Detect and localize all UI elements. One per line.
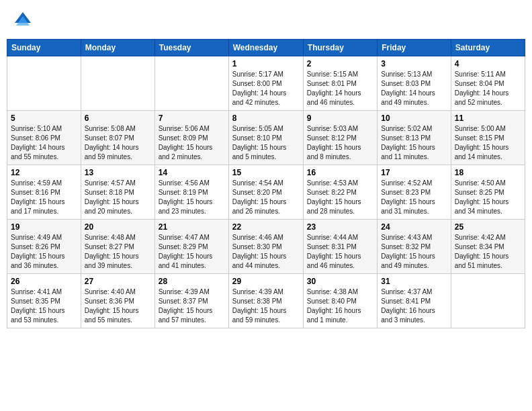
day-info: Sunrise: 4:52 AM Sunset: 8:23 PM Dayligh… [381,179,447,216]
day-info: Sunrise: 5:03 AM Sunset: 8:12 PM Dayligh… [307,124,373,162]
day-number: 8 [232,113,300,123]
day-number: 12 [11,168,77,177]
day-number: 31 [381,277,447,286]
calendar-cell [81,56,154,111]
calendar-cell: 15Sunrise: 4:54 AM Sunset: 8:20 PM Dayli… [228,165,303,220]
calendar-cell [451,274,525,328]
day-number: 2 [307,59,373,68]
day-number: 24 [381,222,447,232]
calendar-cell: 29Sunrise: 4:39 AM Sunset: 8:38 PM Dayli… [228,274,303,328]
day-number: 13 [85,168,151,177]
day-info: Sunrise: 4:40 AM Sunset: 8:36 PM Dayligh… [85,287,151,325]
day-number: 22 [232,222,300,232]
day-number: 4 [455,59,521,68]
day-number: 21 [159,222,225,232]
calendar-cell: 16Sunrise: 4:53 AM Sunset: 8:22 PM Dayli… [303,165,377,220]
logo [12,9,36,31]
logo-icon [12,9,34,31]
day-number: 18 [455,168,521,177]
day-number: 15 [232,168,300,177]
day-info: Sunrise: 5:15 AM Sunset: 8:01 PM Dayligh… [307,70,373,107]
day-number: 10 [381,113,447,123]
weekday-header-row: SundayMondayTuesdayWednesdayThursdayFrid… [7,40,525,56]
calendar-cell: 31Sunrise: 4:37 AM Sunset: 8:41 PM Dayli… [378,274,451,328]
day-info: Sunrise: 5:10 AM Sunset: 8:06 PM Dayligh… [11,124,77,162]
day-number: 3 [381,59,447,68]
weekday-header: Monday [81,40,154,56]
weekday-header: Friday [378,40,451,56]
day-number: 20 [85,222,151,232]
day-number: 7 [159,113,225,123]
calendar-week-row: 12Sunrise: 4:59 AM Sunset: 8:16 PM Dayli… [7,165,525,220]
day-number: 28 [159,277,225,286]
calendar-body: 1Sunrise: 5:17 AM Sunset: 8:00 PM Daylig… [7,56,525,328]
calendar-cell: 22Sunrise: 4:46 AM Sunset: 8:30 PM Dayli… [228,220,303,274]
calendar-cell: 3Sunrise: 5:13 AM Sunset: 8:03 PM Daylig… [378,56,451,111]
day-info: Sunrise: 4:54 AM Sunset: 8:20 PM Dayligh… [232,179,300,216]
calendar-cell: 23Sunrise: 4:44 AM Sunset: 8:31 PM Dayli… [303,220,377,274]
weekday-header: Saturday [451,40,525,56]
day-info: Sunrise: 5:13 AM Sunset: 8:03 PM Dayligh… [381,70,447,107]
day-info: Sunrise: 4:48 AM Sunset: 8:27 PM Dayligh… [85,233,151,271]
day-info: Sunrise: 4:37 AM Sunset: 8:41 PM Dayligh… [381,287,447,325]
calendar-cell: 21Sunrise: 4:47 AM Sunset: 8:29 PM Dayli… [154,220,228,274]
day-number: 1 [232,59,300,68]
calendar-cell: 6Sunrise: 5:08 AM Sunset: 8:07 PM Daylig… [81,111,154,165]
calendar-cell: 8Sunrise: 5:05 AM Sunset: 8:10 PM Daylig… [228,111,303,165]
day-info: Sunrise: 4:42 AM Sunset: 8:34 PM Dayligh… [455,233,521,271]
day-info: Sunrise: 4:43 AM Sunset: 8:32 PM Dayligh… [381,233,447,271]
day-info: Sunrise: 4:39 AM Sunset: 8:37 PM Dayligh… [159,287,225,325]
day-info: Sunrise: 4:44 AM Sunset: 8:31 PM Dayligh… [307,233,373,271]
calendar-cell: 27Sunrise: 4:40 AM Sunset: 8:36 PM Dayli… [81,274,154,328]
day-number: 5 [11,113,77,123]
calendar-cell: 9Sunrise: 5:03 AM Sunset: 8:12 PM Daylig… [303,111,377,165]
day-info: Sunrise: 5:11 AM Sunset: 8:04 PM Dayligh… [455,70,521,107]
day-number: 25 [455,222,521,232]
calendar-cell: 25Sunrise: 4:42 AM Sunset: 8:34 PM Dayli… [451,220,525,274]
day-info: Sunrise: 4:38 AM Sunset: 8:40 PM Dayligh… [307,287,373,325]
calendar-cell: 19Sunrise: 4:49 AM Sunset: 8:26 PM Dayli… [7,220,81,274]
calendar-cell: 12Sunrise: 4:59 AM Sunset: 8:16 PM Dayli… [7,165,81,220]
day-number: 23 [307,222,373,232]
calendar-week-row: 5Sunrise: 5:10 AM Sunset: 8:06 PM Daylig… [7,111,525,165]
calendar-cell: 17Sunrise: 4:52 AM Sunset: 8:23 PM Dayli… [378,165,451,220]
day-info: Sunrise: 5:08 AM Sunset: 8:07 PM Dayligh… [85,124,151,162]
day-info: Sunrise: 4:49 AM Sunset: 8:26 PM Dayligh… [11,233,77,271]
calendar-week-row: 19Sunrise: 4:49 AM Sunset: 8:26 PM Dayli… [7,220,525,274]
calendar-cell: 13Sunrise: 4:57 AM Sunset: 8:18 PM Dayli… [81,165,154,220]
day-number: 29 [232,277,300,286]
day-number: 11 [455,113,521,123]
day-info: Sunrise: 4:47 AM Sunset: 8:29 PM Dayligh… [159,233,225,271]
day-info: Sunrise: 4:57 AM Sunset: 8:18 PM Dayligh… [85,179,151,216]
day-info: Sunrise: 4:59 AM Sunset: 8:16 PM Dayligh… [11,179,77,216]
day-number: 6 [85,113,151,123]
calendar-cell [154,56,228,111]
calendar-week-row: 1Sunrise: 5:17 AM Sunset: 8:00 PM Daylig… [7,56,525,111]
calendar-cell: 28Sunrise: 4:39 AM Sunset: 8:37 PM Dayli… [154,274,228,328]
calendar-cell: 11Sunrise: 5:00 AM Sunset: 8:15 PM Dayli… [451,111,525,165]
calendar-cell: 20Sunrise: 4:48 AM Sunset: 8:27 PM Dayli… [81,220,154,274]
day-info: Sunrise: 5:17 AM Sunset: 8:00 PM Dayligh… [232,70,300,107]
day-info: Sunrise: 5:06 AM Sunset: 8:09 PM Dayligh… [159,124,225,162]
calendar-cell [7,56,81,111]
day-number: 19 [11,222,77,232]
day-info: Sunrise: 5:02 AM Sunset: 8:13 PM Dayligh… [381,124,447,162]
day-info: Sunrise: 4:50 AM Sunset: 8:25 PM Dayligh… [455,179,521,216]
calendar-cell: 18Sunrise: 4:50 AM Sunset: 8:25 PM Dayli… [451,165,525,220]
weekday-header: Wednesday [228,40,303,56]
calendar-cell: 10Sunrise: 5:02 AM Sunset: 8:13 PM Dayli… [378,111,451,165]
calendar-header: SundayMondayTuesdayWednesdayThursdayFrid… [7,40,525,56]
day-info: Sunrise: 5:00 AM Sunset: 8:15 PM Dayligh… [455,124,521,162]
calendar-cell: 7Sunrise: 5:06 AM Sunset: 8:09 PM Daylig… [154,111,228,165]
day-number: 30 [307,277,373,286]
calendar-cell: 14Sunrise: 4:56 AM Sunset: 8:19 PM Dayli… [154,165,228,220]
day-number: 16 [307,168,373,177]
calendar-cell: 1Sunrise: 5:17 AM Sunset: 8:00 PM Daylig… [228,56,303,111]
calendar-cell: 5Sunrise: 5:10 AM Sunset: 8:06 PM Daylig… [7,111,81,165]
weekday-header: Thursday [303,40,377,56]
calendar-cell: 24Sunrise: 4:43 AM Sunset: 8:32 PM Dayli… [378,220,451,274]
day-number: 27 [85,277,151,286]
page-header [7,7,525,34]
day-number: 9 [307,113,373,123]
calendar-cell: 30Sunrise: 4:38 AM Sunset: 8:40 PM Dayli… [303,274,377,328]
